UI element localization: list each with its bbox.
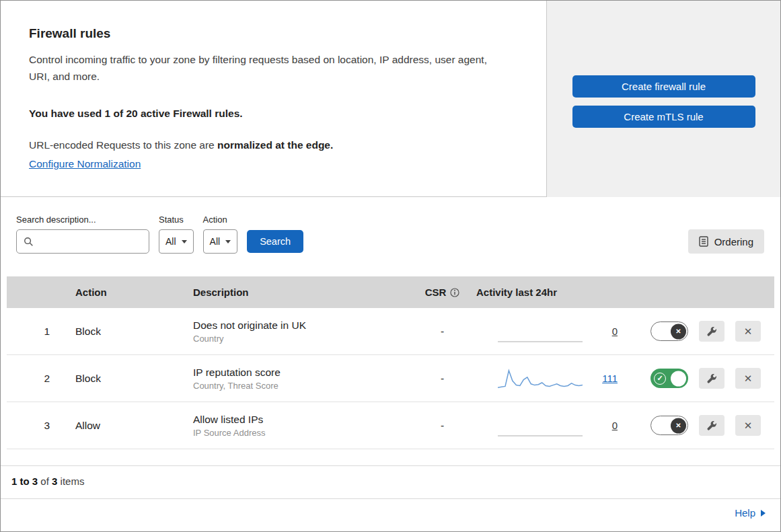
wrench-icon	[706, 420, 717, 431]
activity-sparkline	[498, 414, 583, 438]
edit-rule-button[interactable]	[699, 415, 724, 436]
action-label: Action	[203, 215, 238, 225]
rule-description-text: Allow listed IPs	[193, 414, 414, 426]
edit-rule-button[interactable]	[699, 321, 724, 342]
close-icon: ✕	[744, 420, 753, 430]
table-header-row: Action Description CSR Activity last 24h…	[7, 276, 774, 308]
column-csr: CSR	[414, 287, 471, 298]
status-filter-value: All	[165, 236, 176, 247]
column-csr-label: CSR	[425, 287, 447, 298]
delete-rule-button[interactable]: ✕	[735, 321, 761, 342]
rule-fields: Country	[193, 334, 414, 344]
create-firewall-rule-button[interactable]: Create firewall rule	[572, 75, 755, 98]
help-label: Help	[735, 507, 755, 519]
action-filter-select[interactable]: All	[203, 229, 238, 254]
close-icon: ✕	[744, 326, 753, 336]
rule-csr: -	[414, 326, 471, 338]
create-mtls-rule-button[interactable]: Create mTLS rule	[572, 106, 755, 128]
wrench-icon	[706, 326, 717, 337]
search-input[interactable]	[38, 235, 142, 248]
toggle-knob: ✕	[671, 418, 686, 433]
rule-description-text: Does not originate in UK	[193, 319, 414, 332]
delete-rule-button[interactable]: ✕	[735, 415, 761, 436]
rule-fields: IP Source Address	[193, 428, 414, 438]
rule-action: Block	[74, 326, 192, 338]
status-filter-select[interactable]: All	[159, 229, 194, 254]
rule-enabled-toggle[interactable]: ✓ ✕	[650, 321, 688, 341]
intro-section: Firewall rules Control incoming traffic …	[1, 1, 780, 197]
help-row: Help	[1, 498, 780, 527]
column-activity: Activity last 24hr	[471, 287, 626, 298]
search-icon	[24, 237, 34, 247]
check-icon: ✓	[654, 373, 666, 385]
status-label: Status	[159, 215, 194, 225]
normalization-bold: normalized at the edge.	[217, 139, 333, 151]
ordering-list-icon	[699, 236, 708, 247]
actions-panel: Create firewall rule Create mTLS rule	[547, 1, 780, 197]
help-link[interactable]: Help	[735, 507, 766, 519]
info-icon[interactable]	[450, 288, 459, 297]
ordering-button[interactable]: Ordering	[688, 229, 764, 254]
rule-description: IP reputation score Country, Threat Scor…	[192, 367, 414, 391]
column-action: Action	[74, 287, 192, 298]
activity-count-link[interactable]: 0	[612, 326, 618, 337]
chevron-down-icon	[182, 240, 187, 243]
usage-summary: You have used 1 of 20 active Firewall ru…	[29, 108, 519, 120]
rule-controls: ✓ ✕ ✕	[626, 368, 774, 389]
rule-action: Allow	[74, 420, 192, 432]
configure-normalization-link[interactable]: Configure Normalization	[29, 158, 141, 170]
rule-description-text: IP reputation score	[193, 367, 414, 379]
rule-csr: -	[414, 373, 471, 385]
firewall-rules-page: Firewall rules Control incoming traffic …	[0, 0, 781, 532]
normalization-prefix: URL-encoded Requests to this zone are	[29, 139, 217, 151]
close-icon: ✕	[744, 373, 753, 383]
rule-priority: 2	[7, 373, 74, 385]
activity-sparkline	[498, 367, 583, 391]
delete-rule-button[interactable]: ✕	[735, 368, 761, 389]
rule-controls: ✓ ✕ ✕	[626, 321, 774, 342]
rule-priority: 1	[7, 326, 74, 338]
intro-description: Control incoming traffic to your zone by…	[29, 52, 510, 85]
filter-bar: Search description... Status All Action …	[1, 197, 780, 276]
wrench-icon	[706, 373, 717, 384]
search-label: Search description...	[16, 215, 149, 225]
search-group: Search description...	[16, 215, 149, 254]
pagination-summary: 1 to 3 of 3 items	[1, 465, 780, 498]
rule-action: Block	[74, 373, 192, 385]
search-box	[16, 229, 149, 254]
action-filter-group: Action All	[203, 215, 238, 254]
activity-sparkline	[498, 319, 583, 344]
page-title: Firewall rules	[29, 26, 519, 41]
table-spacer	[1, 449, 780, 465]
table-row: 3 Allow Allow listed IPs IP Source Addre…	[7, 402, 774, 449]
action-filter-value: All	[210, 236, 221, 247]
rule-enabled-toggle[interactable]: ✓ ✕	[650, 416, 688, 435]
rule-controls: ✓ ✕ ✕	[626, 415, 774, 436]
normalization-note: URL-encoded Requests to this zone are no…	[29, 139, 519, 151]
items-word: items	[61, 476, 85, 487]
toggle-knob: ✕	[671, 324, 686, 339]
arrow-right-icon	[761, 510, 766, 517]
items-range: 1 to 3	[11, 476, 38, 487]
edit-rule-button[interactable]	[699, 368, 724, 389]
rule-description: Allow listed IPs IP Source Address	[192, 414, 414, 438]
search-button[interactable]: Search	[247, 230, 303, 253]
x-icon: ✕	[675, 328, 681, 335]
chevron-down-icon	[225, 240, 231, 243]
rule-activity: 0	[471, 414, 626, 438]
table-row: 2 Block IP reputation score Country, Thr…	[7, 355, 774, 402]
column-description: Description	[192, 287, 414, 298]
status-filter-group: Status All	[159, 215, 194, 254]
rule-enabled-toggle[interactable]: ✓ ✕	[650, 369, 688, 388]
items-of: of	[40, 476, 49, 487]
rules-table: Action Description CSR Activity last 24h…	[7, 276, 774, 449]
activity-count-link[interactable]: 111	[602, 373, 618, 384]
rule-activity: 0	[471, 319, 626, 344]
activity-count-link[interactable]: 0	[612, 420, 618, 431]
rule-csr: -	[414, 420, 471, 432]
toggle-knob: ✕	[671, 371, 686, 386]
x-icon: ✕	[675, 422, 681, 429]
rule-priority: 3	[7, 420, 74, 432]
ordering-button-label: Ordering	[714, 236, 753, 248]
rule-activity: 111	[471, 367, 626, 391]
